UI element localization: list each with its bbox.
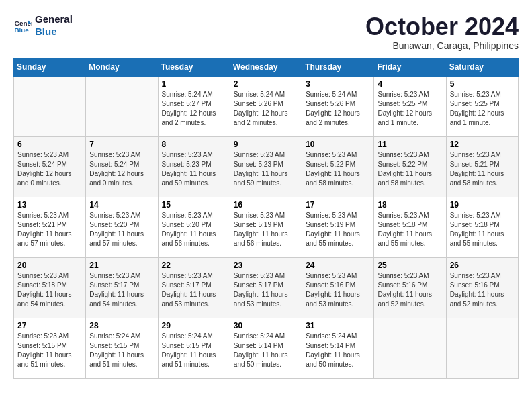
calendar-cell: 2Sunrise: 5:24 AM Sunset: 5:26 PM Daylig… <box>230 76 302 136</box>
calendar-cell: 21Sunrise: 5:23 AM Sunset: 5:17 PM Dayli… <box>86 257 158 318</box>
calendar-cell: 9Sunrise: 5:23 AM Sunset: 5:23 PM Daylig… <box>230 136 302 197</box>
calendar-cell: 15Sunrise: 5:23 AM Sunset: 5:20 PM Dayli… <box>158 197 230 257</box>
calendar-cell: 24Sunrise: 5:23 AM Sunset: 5:16 PM Dayli… <box>302 257 374 318</box>
title-block: October 2024 Bunawan, Caraga, Philippine… <box>365 13 519 51</box>
calendar-week-1: 1Sunrise: 5:24 AM Sunset: 5:27 PM Daylig… <box>14 76 519 136</box>
calendar-cell: 10Sunrise: 5:23 AM Sunset: 5:22 PM Dayli… <box>302 136 374 197</box>
calendar-cell: 6Sunrise: 5:23 AM Sunset: 5:24 PM Daylig… <box>14 136 86 197</box>
day-number: 26 <box>450 261 515 270</box>
logo-icon: General Blue <box>13 16 32 35</box>
svg-text:Blue: Blue <box>14 26 29 34</box>
day-number: 23 <box>234 261 298 270</box>
day-number: 10 <box>306 140 370 149</box>
day-info: Sunrise: 5:23 AM Sunset: 5:22 PM Dayligh… <box>378 150 442 188</box>
day-info: Sunrise: 5:23 AM Sunset: 5:20 PM Dayligh… <box>162 211 226 248</box>
calendar-cell: 1Sunrise: 5:24 AM Sunset: 5:27 PM Daylig… <box>158 76 230 136</box>
calendar-cell: 4Sunrise: 5:23 AM Sunset: 5:25 PM Daylig… <box>374 76 446 136</box>
day-info: Sunrise: 5:23 AM Sunset: 5:25 PM Dayligh… <box>378 90 442 128</box>
day-info: Sunrise: 5:23 AM Sunset: 5:23 PM Dayligh… <box>162 150 226 188</box>
day-number: 12 <box>450 140 515 149</box>
day-number: 1 <box>162 79 226 89</box>
day-info: Sunrise: 5:23 AM Sunset: 5:16 PM Dayligh… <box>306 271 370 309</box>
calendar-cell: 27Sunrise: 5:23 AM Sunset: 5:15 PM Dayli… <box>14 318 86 378</box>
calendar-cell: 17Sunrise: 5:23 AM Sunset: 5:19 PM Dayli… <box>302 197 374 257</box>
day-number: 9 <box>234 140 298 149</box>
calendar-cell: 25Sunrise: 5:23 AM Sunset: 5:16 PM Dayli… <box>374 257 446 318</box>
calendar-header-row: SundayMondayTuesdayWednesdayThursdayFrid… <box>14 58 519 76</box>
day-number: 13 <box>17 200 82 210</box>
day-info: Sunrise: 5:23 AM Sunset: 5:19 PM Dayligh… <box>306 211 370 248</box>
day-number: 7 <box>89 140 154 149</box>
calendar-cell: 13Sunrise: 5:23 AM Sunset: 5:21 PM Dayli… <box>14 197 86 257</box>
day-number: 19 <box>450 200 515 210</box>
day-info: Sunrise: 5:24 AM Sunset: 5:15 PM Dayligh… <box>162 332 226 369</box>
day-info: Sunrise: 5:24 AM Sunset: 5:15 PM Dayligh… <box>89 332 154 369</box>
day-number: 14 <box>89 200 154 210</box>
day-number: 25 <box>378 261 442 270</box>
day-info: Sunrise: 5:23 AM Sunset: 5:25 PM Dayligh… <box>450 90 515 128</box>
header-tuesday: Tuesday <box>158 58 230 76</box>
day-number: 29 <box>162 321 226 330</box>
day-info: Sunrise: 5:23 AM Sunset: 5:20 PM Dayligh… <box>89 211 154 248</box>
month-title: October 2024 <box>365 13 519 40</box>
calendar: SundayMondayTuesdayWednesdayThursdayFrid… <box>13 58 519 379</box>
calendar-cell <box>446 318 518 378</box>
day-number: 20 <box>17 261 82 270</box>
day-number: 15 <box>162 200 226 210</box>
calendar-cell: 12Sunrise: 5:23 AM Sunset: 5:21 PM Dayli… <box>446 136 518 197</box>
day-number: 16 <box>234 200 298 210</box>
day-number: 3 <box>306 79 370 89</box>
header-wednesday: Wednesday <box>230 58 302 76</box>
calendar-week-3: 13Sunrise: 5:23 AM Sunset: 5:21 PM Dayli… <box>14 197 519 257</box>
calendar-cell: 3Sunrise: 5:24 AM Sunset: 5:26 PM Daylig… <box>302 76 374 136</box>
day-number: 6 <box>17 140 82 149</box>
day-number: 30 <box>234 321 298 330</box>
day-info: Sunrise: 5:23 AM Sunset: 5:21 PM Dayligh… <box>17 211 82 248</box>
page-header: General Blue General Blue October 2024 B… <box>13 13 519 51</box>
day-info: Sunrise: 5:24 AM Sunset: 5:26 PM Dayligh… <box>234 90 298 128</box>
calendar-cell: 22Sunrise: 5:23 AM Sunset: 5:17 PM Dayli… <box>158 257 230 318</box>
day-info: Sunrise: 5:23 AM Sunset: 5:21 PM Dayligh… <box>450 150 515 188</box>
header-saturday: Saturday <box>446 58 518 76</box>
day-number: 27 <box>17 321 82 330</box>
calendar-cell <box>86 76 158 136</box>
day-info: Sunrise: 5:23 AM Sunset: 5:22 PM Dayligh… <box>306 150 370 188</box>
calendar-cell: 30Sunrise: 5:24 AM Sunset: 5:14 PM Dayli… <box>230 318 302 378</box>
day-info: Sunrise: 5:24 AM Sunset: 5:27 PM Dayligh… <box>162 90 226 128</box>
location: Bunawan, Caraga, Philippines <box>365 40 519 51</box>
day-number: 24 <box>306 261 370 270</box>
day-number: 4 <box>378 79 442 89</box>
day-number: 31 <box>306 321 370 330</box>
logo: General Blue General Blue <box>13 13 73 38</box>
day-info: Sunrise: 5:23 AM Sunset: 5:17 PM Dayligh… <box>162 271 226 309</box>
calendar-cell: 29Sunrise: 5:24 AM Sunset: 5:15 PM Dayli… <box>158 318 230 378</box>
calendar-week-2: 6Sunrise: 5:23 AM Sunset: 5:24 PM Daylig… <box>14 136 519 197</box>
day-number: 18 <box>378 200 442 210</box>
logo-line2: Blue <box>35 26 73 38</box>
day-info: Sunrise: 5:23 AM Sunset: 5:16 PM Dayligh… <box>450 271 515 309</box>
day-info: Sunrise: 5:23 AM Sunset: 5:15 PM Dayligh… <box>17 332 82 369</box>
day-info: Sunrise: 5:23 AM Sunset: 5:23 PM Dayligh… <box>234 150 298 188</box>
day-number: 22 <box>162 261 226 270</box>
day-info: Sunrise: 5:23 AM Sunset: 5:17 PM Dayligh… <box>234 271 298 309</box>
calendar-cell <box>374 318 446 378</box>
header-monday: Monday <box>86 58 158 76</box>
calendar-cell: 8Sunrise: 5:23 AM Sunset: 5:23 PM Daylig… <box>158 136 230 197</box>
day-info: Sunrise: 5:24 AM Sunset: 5:14 PM Dayligh… <box>234 332 298 369</box>
day-info: Sunrise: 5:23 AM Sunset: 5:17 PM Dayligh… <box>89 271 154 309</box>
day-number: 28 <box>89 321 154 330</box>
day-number: 2 <box>234 79 298 89</box>
calendar-cell: 14Sunrise: 5:23 AM Sunset: 5:20 PM Dayli… <box>86 197 158 257</box>
day-info: Sunrise: 5:23 AM Sunset: 5:24 PM Dayligh… <box>89 150 154 188</box>
day-number: 21 <box>89 261 154 270</box>
calendar-cell: 7Sunrise: 5:23 AM Sunset: 5:24 PM Daylig… <box>86 136 158 197</box>
day-info: Sunrise: 5:23 AM Sunset: 5:18 PM Dayligh… <box>450 211 515 248</box>
calendar-week-4: 20Sunrise: 5:23 AM Sunset: 5:18 PM Dayli… <box>14 257 519 318</box>
calendar-cell: 18Sunrise: 5:23 AM Sunset: 5:18 PM Dayli… <box>374 197 446 257</box>
calendar-cell: 31Sunrise: 5:24 AM Sunset: 5:14 PM Dayli… <box>302 318 374 378</box>
day-info: Sunrise: 5:23 AM Sunset: 5:24 PM Dayligh… <box>17 150 82 188</box>
calendar-week-5: 27Sunrise: 5:23 AM Sunset: 5:15 PM Dayli… <box>14 318 519 378</box>
logo-line1: General <box>35 13 73 26</box>
header-thursday: Thursday <box>302 58 374 76</box>
day-number: 11 <box>378 140 442 149</box>
